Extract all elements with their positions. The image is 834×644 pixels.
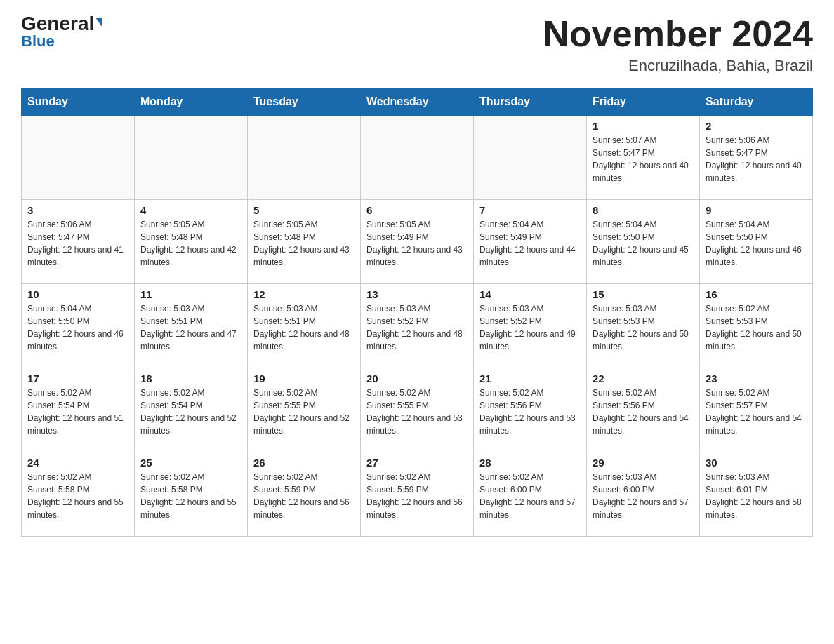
calendar-table: Sunday Monday Tuesday Wednesday Thursday… [21,88,813,537]
day-info: Sunrise: 5:03 AMSunset: 5:51 PMDaylight:… [253,302,355,353]
day-number: 18 [140,373,241,384]
table-row: 10Sunrise: 5:04 AMSunset: 5:50 PMDayligh… [22,284,135,368]
table-row: 6Sunrise: 5:05 AMSunset: 5:49 PMDaylight… [361,200,474,284]
day-number: 20 [366,373,468,384]
day-number: 16 [706,288,807,300]
location-subtitle: Encruzilhada, Bahia, Brazil [543,57,813,75]
header-thursday: Thursday [474,88,587,116]
table-row: 1Sunrise: 5:07 AMSunset: 5:47 PMDaylight… [587,116,700,200]
day-number: 12 [253,288,355,300]
table-row: 9Sunrise: 5:04 AMSunset: 5:50 PMDaylight… [700,200,813,284]
day-info: Sunrise: 5:02 AMSunset: 5:55 PMDaylight:… [366,387,468,437]
day-number: 22 [593,373,694,384]
table-row: 5Sunrise: 5:05 AMSunset: 5:48 PMDaylight… [248,200,361,284]
day-number: 21 [479,373,581,384]
day-number: 17 [27,373,128,384]
table-row: 11Sunrise: 5:03 AMSunset: 5:51 PMDayligh… [135,284,248,368]
logo-general: General [21,14,102,34]
day-number: 4 [140,204,241,216]
calendar-week-1: 1Sunrise: 5:07 AMSunset: 5:47 PMDaylight… [22,116,813,200]
day-info: Sunrise: 5:04 AMSunset: 5:50 PMDaylight:… [706,218,807,269]
header-friday: Friday [587,88,700,116]
day-info: Sunrise: 5:05 AMSunset: 5:48 PMDaylight:… [253,218,355,269]
day-info: Sunrise: 5:02 AMSunset: 6:00 PMDaylight:… [479,471,581,521]
calendar-week-2: 3Sunrise: 5:06 AMSunset: 5:47 PMDaylight… [22,200,813,284]
day-number: 29 [593,457,694,469]
header-wednesday: Wednesday [361,88,474,116]
day-info: Sunrise: 5:02 AMSunset: 5:55 PMDaylight:… [253,387,355,437]
table-row: 27Sunrise: 5:02 AMSunset: 5:59 PMDayligh… [361,452,474,537]
logo: General Blue [21,14,102,51]
day-number: 13 [366,288,468,300]
table-row: 12Sunrise: 5:03 AMSunset: 5:51 PMDayligh… [248,284,361,368]
table-row: 7Sunrise: 5:04 AMSunset: 5:49 PMDaylight… [474,200,587,284]
day-info: Sunrise: 5:02 AMSunset: 5:56 PMDaylight:… [479,387,581,437]
day-info: Sunrise: 5:04 AMSunset: 5:49 PMDaylight:… [479,218,581,269]
table-row: 2Sunrise: 5:06 AMSunset: 5:47 PMDaylight… [700,116,813,200]
day-number: 26 [253,457,355,469]
calendar-week-3: 10Sunrise: 5:04 AMSunset: 5:50 PMDayligh… [22,284,813,368]
day-number: 10 [27,288,128,300]
table-row: 30Sunrise: 5:03 AMSunset: 6:01 PMDayligh… [700,452,813,537]
day-number: 30 [706,457,807,469]
table-row: 25Sunrise: 5:02 AMSunset: 5:58 PMDayligh… [135,452,248,537]
table-row [248,116,361,200]
day-number: 28 [479,457,581,469]
day-info: Sunrise: 5:02 AMSunset: 5:58 PMDaylight:… [27,471,128,521]
day-number: 15 [593,288,694,300]
day-info: Sunrise: 5:02 AMSunset: 5:54 PMDaylight:… [140,387,241,437]
day-number: 9 [706,204,807,216]
calendar-week-5: 24Sunrise: 5:02 AMSunset: 5:58 PMDayligh… [22,452,813,537]
table-row: 29Sunrise: 5:03 AMSunset: 6:00 PMDayligh… [587,452,700,537]
day-number: 7 [479,204,581,216]
day-number: 19 [253,373,355,384]
header-saturday: Saturday [700,88,813,116]
table-row [22,116,135,200]
calendar-header-row: Sunday Monday Tuesday Wednesday Thursday… [22,88,813,116]
day-info: Sunrise: 5:02 AMSunset: 5:56 PMDaylight:… [593,387,694,437]
day-info: Sunrise: 5:03 AMSunset: 5:52 PMDaylight:… [366,302,468,353]
table-row: 24Sunrise: 5:02 AMSunset: 5:58 PMDayligh… [22,452,135,537]
day-info: Sunrise: 5:04 AMSunset: 5:50 PMDaylight:… [593,218,694,269]
day-number: 11 [140,288,241,300]
table-row: 28Sunrise: 5:02 AMSunset: 6:00 PMDayligh… [474,452,587,537]
day-info: Sunrise: 5:05 AMSunset: 5:49 PMDaylight:… [366,218,468,269]
table-row: 18Sunrise: 5:02 AMSunset: 5:54 PMDayligh… [135,368,248,452]
day-number: 3 [27,204,128,216]
calendar-week-4: 17Sunrise: 5:02 AMSunset: 5:54 PMDayligh… [22,368,813,452]
day-number: 24 [27,457,128,469]
table-row: 13Sunrise: 5:03 AMSunset: 5:52 PMDayligh… [361,284,474,368]
table-row: 19Sunrise: 5:02 AMSunset: 5:55 PMDayligh… [248,368,361,452]
day-info: Sunrise: 5:06 AMSunset: 5:47 PMDaylight:… [27,218,128,269]
day-info: Sunrise: 5:04 AMSunset: 5:50 PMDaylight:… [27,302,128,353]
day-info: Sunrise: 5:02 AMSunset: 5:53 PMDaylight:… [706,302,807,353]
day-info: Sunrise: 5:02 AMSunset: 5:54 PMDaylight:… [27,387,128,437]
day-info: Sunrise: 5:07 AMSunset: 5:47 PMDaylight:… [593,134,694,185]
day-info: Sunrise: 5:03 AMSunset: 6:01 PMDaylight:… [706,471,807,521]
month-year-title: November 2024 [543,14,813,54]
day-number: 1 [593,120,694,132]
day-number: 8 [593,204,694,216]
day-number: 2 [706,120,807,132]
day-info: Sunrise: 5:02 AMSunset: 5:57 PMDaylight:… [706,387,807,437]
table-row: 3Sunrise: 5:06 AMSunset: 5:47 PMDaylight… [22,200,135,284]
day-info: Sunrise: 5:02 AMSunset: 5:58 PMDaylight:… [140,471,241,521]
table-row: 14Sunrise: 5:03 AMSunset: 5:52 PMDayligh… [474,284,587,368]
header-monday: Monday [135,88,248,116]
table-row: 15Sunrise: 5:03 AMSunset: 5:53 PMDayligh… [587,284,700,368]
day-number: 27 [366,457,468,469]
table-row: 4Sunrise: 5:05 AMSunset: 5:48 PMDaylight… [135,200,248,284]
table-row: 22Sunrise: 5:02 AMSunset: 5:56 PMDayligh… [587,368,700,452]
title-section: November 2024 Encruzilhada, Bahia, Brazi… [543,14,813,75]
day-info: Sunrise: 5:02 AMSunset: 5:59 PMDaylight:… [366,471,468,521]
table-row [361,116,474,200]
day-info: Sunrise: 5:03 AMSunset: 5:51 PMDaylight:… [140,302,241,353]
day-info: Sunrise: 5:03 AMSunset: 5:52 PMDaylight:… [479,302,581,353]
table-row [135,116,248,200]
day-info: Sunrise: 5:03 AMSunset: 5:53 PMDaylight:… [593,302,694,353]
day-number: 25 [140,457,241,469]
table-row: 23Sunrise: 5:02 AMSunset: 5:57 PMDayligh… [700,368,813,452]
day-info: Sunrise: 5:06 AMSunset: 5:47 PMDaylight:… [706,134,807,185]
table-row: 8Sunrise: 5:04 AMSunset: 5:50 PMDaylight… [587,200,700,284]
day-info: Sunrise: 5:05 AMSunset: 5:48 PMDaylight:… [140,218,241,269]
